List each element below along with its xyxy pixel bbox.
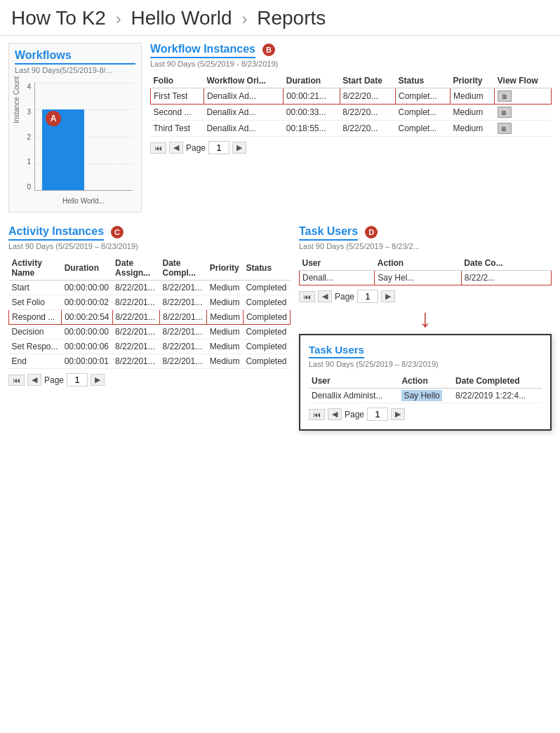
pag-page-input[interactable] bbox=[208, 141, 229, 154]
ai-pag-label: Page bbox=[44, 375, 64, 385]
tu-pag-next-btn[interactable]: ▶ bbox=[381, 290, 395, 302]
wf-cell-folio: Third Test bbox=[151, 121, 204, 137]
ai-cell-status: Completed bbox=[243, 339, 290, 354]
ai-cell-date-compl: 8/22/201... bbox=[160, 339, 207, 354]
wf-cell-start: 8/22/20... bbox=[340, 121, 395, 137]
ai-cell-duration: 00:00:00:06 bbox=[62, 339, 112, 354]
tu-pag-label: Page bbox=[335, 292, 354, 302]
activity-instances-panel: Activity Instances C Last 90 Days (5/25/… bbox=[8, 225, 291, 431]
ai-cell-date-assign: 8/22/201... bbox=[112, 339, 159, 354]
activity-instances-pagination: ⏮ ◀ Page ▶ bbox=[8, 373, 291, 386]
ai-cell-duration: 00:00:00:01 bbox=[62, 354, 112, 369]
activity-instances-row[interactable]: Decision 00:00:00:00 8/22/201... 8/22/20… bbox=[9, 325, 291, 339]
pag-first-btn[interactable]: ⏮ bbox=[150, 142, 166, 154]
wf-cell-origin: Denallix Ad... bbox=[204, 121, 284, 137]
view-flow-icon: 🗎 bbox=[498, 107, 512, 118]
workflow-instances-date: Last 90 Days (5/25/2019 - 8/23/2019) bbox=[150, 60, 552, 68]
ai-cell-duration: 00:00:00:00 bbox=[62, 325, 112, 339]
wf-cell-duration: 00:00:33... bbox=[284, 105, 340, 121]
pag-next-btn[interactable]: ▶ bbox=[232, 142, 246, 154]
badge-c: C bbox=[111, 226, 124, 238]
wf-cell-viewflow[interactable]: 🗎 bbox=[495, 105, 552, 121]
tu-cell-date: 8/22/2... bbox=[461, 271, 551, 285]
ai-col-name: Activity Name bbox=[9, 256, 62, 281]
ai-cell-date-assign: 8/22/201... bbox=[112, 325, 159, 339]
tu-pag-first-btn[interactable]: ⏮ bbox=[299, 291, 315, 302]
tu-cell-action: Say Hel... bbox=[375, 271, 462, 285]
ai-col-status: Status bbox=[243, 256, 290, 281]
y-tick-1: 1 bbox=[27, 158, 31, 166]
activity-instances-row[interactable]: Set Respo... 00:00:00:06 8/22/201... 8/2… bbox=[9, 339, 291, 354]
tu-pag-page-input[interactable] bbox=[357, 290, 378, 303]
ai-pag-page-input[interactable] bbox=[67, 373, 88, 386]
tu-col-date: Date Co... bbox=[461, 256, 551, 271]
workflows-title: Workflows bbox=[15, 49, 135, 65]
wf-cell-viewflow[interactable]: 🗎 bbox=[495, 88, 552, 105]
wf-cell-viewflow[interactable]: 🗎 bbox=[495, 121, 552, 137]
wf-cell-folio: Second ... bbox=[151, 105, 204, 121]
breadcrumb-1[interactable]: How To K2 bbox=[11, 7, 106, 29]
ai-cell-name: Decision bbox=[9, 325, 62, 339]
pag-prev-btn[interactable]: ◀ bbox=[169, 142, 183, 154]
activity-instances-row[interactable]: Start 00:00:00:00 8/22/201... 8/22/201..… bbox=[9, 281, 291, 295]
wf-cell-status: Complet... bbox=[396, 88, 451, 105]
ai-pag-first-btn[interactable]: ⏮ bbox=[8, 375, 25, 386]
workflow-instances-row[interactable]: First Test Denallix Ad... 00:00:21... 8/… bbox=[151, 88, 552, 105]
tue-pag-prev-btn[interactable]: ◀ bbox=[328, 408, 342, 420]
ai-cell-duration: 00:00:00:00 bbox=[62, 281, 112, 295]
wf-cell-duration: 00:00:21... bbox=[284, 88, 340, 105]
wf-cell-start: 8/22/20... bbox=[340, 105, 395, 121]
workflows-panel: Workflows Last 90 Days(5/25/2019-8/... I… bbox=[8, 43, 142, 213]
wf-cell-priority: Medium bbox=[451, 121, 495, 137]
task-users-expanded-pagination: ⏮ ◀ Page ▶ bbox=[309, 408, 542, 421]
activity-instances-row[interactable]: End 00:00:00:01 8/22/201... 8/22/201... … bbox=[9, 354, 291, 369]
ai-cell-priority: Medium bbox=[207, 354, 244, 369]
task-users-small-title: Task Users bbox=[299, 225, 358, 241]
page-header: How To K2 › Hello World › Reports bbox=[0, 0, 560, 36]
ai-cell-status: Completed bbox=[243, 295, 290, 310]
activity-instances-row[interactable]: Set Folio 00:00:00:02 8/22/201... 8/22/2… bbox=[9, 295, 291, 310]
top-row: Workflows Last 90 Days(5/25/2019-8/... I… bbox=[8, 43, 552, 213]
gridline-4 bbox=[35, 83, 133, 83]
ai-cell-duration: 00:00:00:02 bbox=[62, 295, 112, 310]
col-folio: Folio bbox=[151, 74, 204, 88]
ai-cell-priority: Medium bbox=[207, 295, 244, 310]
ai-cell-name: Set Respo... bbox=[9, 339, 62, 354]
activity-instances-row[interactable]: Respond ... 00:00:20:54 8/22/201... 8/22… bbox=[9, 310, 291, 325]
breadcrumb-3[interactable]: Reports bbox=[257, 7, 326, 29]
ai-cell-status: Completed bbox=[243, 325, 290, 339]
tue-cell-action: Say Hello bbox=[399, 389, 453, 403]
ai-pag-prev-btn[interactable]: ◀ bbox=[27, 374, 41, 386]
ai-cell-name: Respond ... bbox=[9, 310, 62, 325]
wf-cell-origin: Denallix Ad... bbox=[204, 105, 284, 121]
tue-cell-date: 8/22/2019 1:22:4... bbox=[453, 389, 542, 403]
ai-pag-next-btn[interactable]: ▶ bbox=[91, 374, 105, 386]
workflow-instances-row[interactable]: Second ... Denallix Ad... 00:00:33... 8/… bbox=[151, 105, 552, 121]
ai-cell-duration: 00:00:20:54 bbox=[62, 310, 112, 325]
task-users-small-date: Last 90 Days (5/25/2019 – 8/23/2... bbox=[299, 242, 552, 250]
tue-pag-first-btn[interactable]: ⏮ bbox=[309, 409, 325, 420]
task-users-expanded-table: User Action Date Completed Denallix Admi… bbox=[309, 374, 542, 403]
breadcrumb-2[interactable]: Hello World bbox=[131, 7, 232, 29]
workflow-instances-row[interactable]: Third Test Denallix Ad... 00:18:55... 8/… bbox=[151, 121, 552, 137]
tue-col-action: Action bbox=[399, 374, 453, 389]
task-users-expanded-panel: Task Users Last 90 Days (5/25/2019 – 8/2… bbox=[299, 334, 552, 431]
task-users-expanded-date: Last 90 Days (5/25/2019 – 8/23/2019) bbox=[309, 360, 542, 368]
ai-cell-priority: Medium bbox=[207, 310, 244, 325]
task-users-expanded-row[interactable]: Denallix Administ... Say Hello 8/22/2019… bbox=[309, 389, 542, 403]
ai-cell-date-compl: 8/22/201... bbox=[160, 325, 207, 339]
workflows-date-range: Last 90 Days(5/25/2019-8/... bbox=[15, 66, 135, 74]
ai-cell-date-compl: 8/22/201... bbox=[160, 310, 207, 325]
task-users-small-row[interactable]: Denall... Say Hel... 8/22/2... bbox=[300, 271, 552, 285]
tu-pag-prev-btn[interactable]: ◀ bbox=[318, 290, 332, 302]
tue-pag-next-btn[interactable]: ▶ bbox=[391, 408, 405, 420]
activity-instances-title: Activity Instances bbox=[8, 225, 104, 241]
red-arrow-down: ↓ bbox=[299, 306, 552, 331]
task-users-small-table: User Action Date Co... Denall... Say Hel… bbox=[299, 256, 552, 285]
tu-col-action: Action bbox=[375, 256, 462, 271]
bar-x-label: Hello World... bbox=[34, 197, 133, 205]
breadcrumb-sep-1: › bbox=[116, 9, 121, 28]
tue-pag-page-input[interactable] bbox=[367, 408, 388, 421]
workflow-instances-pagination: ⏮ ◀ Page ▶ bbox=[150, 141, 552, 154]
ai-cell-priority: Medium bbox=[207, 325, 244, 339]
